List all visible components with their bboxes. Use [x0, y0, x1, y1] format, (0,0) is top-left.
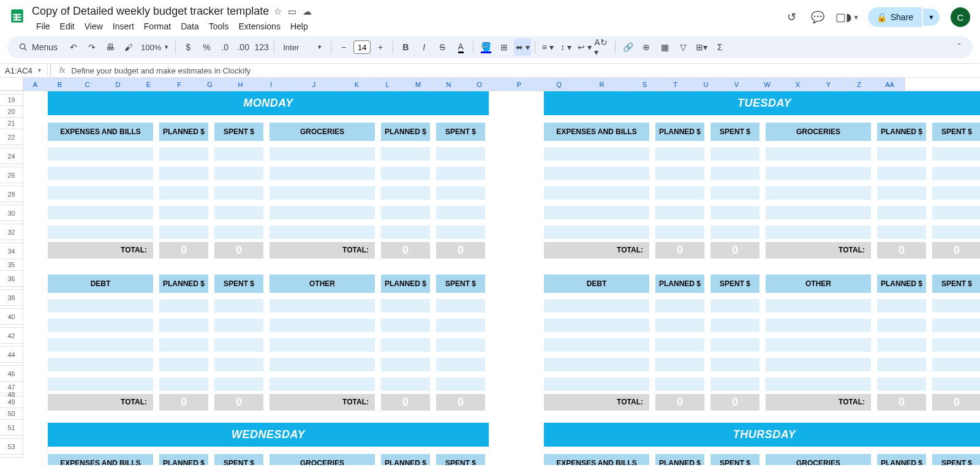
- data-cell[interactable]: [270, 225, 375, 239]
- data-cell[interactable]: [159, 338, 208, 352]
- data-cell[interactable]: [655, 225, 704, 239]
- column-header[interactable]: O: [464, 78, 495, 91]
- data-cell[interactable]: [159, 299, 208, 312]
- column-header[interactable]: Q: [544, 78, 575, 91]
- data-cell[interactable]: [48, 225, 153, 239]
- column-header[interactable]: G: [195, 78, 225, 91]
- data-cell[interactable]: [214, 338, 263, 352]
- fill-color-button[interactable]: 🪣: [477, 39, 494, 56]
- row-header[interactable]: 21: [0, 118, 23, 129]
- select-all-corner[interactable]: [0, 78, 23, 91]
- link-button[interactable]: 🔗: [619, 39, 636, 56]
- data-cell[interactable]: [932, 299, 980, 312]
- column-header[interactable]: A: [23, 78, 48, 91]
- data-cell[interactable]: [710, 225, 760, 239]
- data-cell[interactable]: [544, 225, 649, 239]
- data-cell[interactable]: [932, 319, 980, 332]
- undo-button[interactable]: ↶: [65, 39, 82, 56]
- data-cell[interactable]: [270, 319, 375, 332]
- data-cell[interactable]: [655, 186, 704, 200]
- data-cell[interactable]: [766, 377, 871, 391]
- data-cell[interactable]: [159, 167, 208, 180]
- row-header[interactable]: 28: [0, 186, 23, 202]
- horiz-align-button[interactable]: ≡ ▾: [539, 39, 556, 56]
- row-header[interactable]: 38: [0, 290, 23, 306]
- data-cell[interactable]: [381, 338, 430, 352]
- data-cell[interactable]: [655, 299, 704, 312]
- data-cell[interactable]: [710, 206, 760, 219]
- functions-button[interactable]: Σ: [711, 39, 728, 56]
- data-cell[interactable]: [214, 206, 263, 219]
- data-cell[interactable]: [381, 186, 430, 200]
- data-cell[interactable]: [159, 225, 208, 239]
- percent-button[interactable]: %: [198, 39, 215, 56]
- data-cell[interactable]: [544, 206, 649, 219]
- data-cell[interactable]: [655, 167, 704, 180]
- data-cell[interactable]: [270, 338, 375, 352]
- row-header[interactable]: 20: [0, 106, 23, 118]
- data-cell[interactable]: [436, 186, 485, 200]
- data-cell[interactable]: [159, 358, 208, 371]
- data-cell[interactable]: [766, 186, 871, 200]
- data-cell[interactable]: [381, 147, 430, 161]
- column-header[interactable]: F: [164, 78, 195, 91]
- menu-help[interactable]: Help: [286, 19, 312, 34]
- data-cell[interactable]: [48, 299, 153, 312]
- menu-tools[interactable]: Tools: [205, 19, 233, 34]
- column-header[interactable]: D: [103, 78, 134, 91]
- column-header[interactable]: X: [783, 78, 813, 91]
- row-header[interactable]: 42: [0, 328, 23, 344]
- data-cell[interactable]: [436, 299, 485, 312]
- data-cell[interactable]: [381, 225, 430, 239]
- font-size-input[interactable]: [353, 40, 371, 54]
- data-cell[interactable]: [159, 147, 208, 161]
- zoom-select[interactable]: 100% ▼: [138, 42, 172, 53]
- data-cell[interactable]: [214, 147, 263, 161]
- row-header[interactable]: [0, 455, 23, 458]
- data-cell[interactable]: [381, 358, 430, 371]
- data-cell[interactable]: [214, 167, 263, 180]
- data-cell[interactable]: [436, 319, 485, 332]
- column-header[interactable]: I: [256, 78, 287, 91]
- column-header[interactable]: T: [660, 78, 691, 91]
- search-menus[interactable]: Menus: [12, 40, 64, 55]
- data-cell[interactable]: [932, 338, 980, 352]
- data-cell[interactable]: [877, 147, 926, 161]
- data-cell[interactable]: [932, 358, 980, 371]
- column-header[interactable]: L: [372, 78, 403, 91]
- share-button[interactable]: 🔒 Share: [868, 7, 922, 27]
- row-header[interactable]: 35: [0, 259, 23, 271]
- data-cell[interactable]: [655, 206, 704, 219]
- data-cell[interactable]: [544, 319, 649, 332]
- cloud-icon[interactable]: ☁: [303, 6, 312, 17]
- data-cell[interactable]: [544, 167, 649, 180]
- sheet-area[interactable]: ABCDEFGHIJKLMNOPQRSTUVWXYZAA 19202122242…: [0, 78, 980, 465]
- vert-align-button[interactable]: ↕ ▾: [557, 39, 575, 56]
- column-header[interactable]: R: [575, 78, 630, 91]
- filter-views-button[interactable]: ⊞▾: [693, 39, 710, 56]
- menu-extensions[interactable]: Extensions: [234, 19, 284, 34]
- document-title[interactable]: Copy of Detailed weekly budget tracker t…: [32, 5, 269, 18]
- sheets-logo[interactable]: [7, 4, 27, 28]
- data-cell[interactable]: [766, 147, 871, 161]
- menu-insert[interactable]: Insert: [108, 19, 138, 34]
- data-cell[interactable]: [710, 186, 760, 200]
- bold-button[interactable]: B: [397, 39, 414, 56]
- column-header[interactable]: C: [72, 78, 103, 91]
- data-cell[interactable]: [270, 167, 375, 180]
- data-cell[interactable]: [436, 225, 485, 239]
- data-cell[interactable]: [544, 186, 649, 200]
- comments-icon[interactable]: 💬: [809, 9, 826, 26]
- account-avatar[interactable]: C: [951, 7, 970, 27]
- row-header[interactable]: 24: [0, 148, 23, 164]
- data-cell[interactable]: [381, 206, 430, 219]
- column-header[interactable]: Y: [813, 78, 844, 91]
- data-cell[interactable]: [270, 147, 375, 161]
- row-header[interactable]: 50: [0, 408, 23, 420]
- increase-font-button[interactable]: +: [372, 39, 389, 56]
- row-header[interactable]: 46: [0, 366, 23, 382]
- row-header[interactable]: 53: [0, 439, 23, 455]
- data-cell[interactable]: [655, 147, 704, 161]
- column-header[interactable]: B: [48, 78, 72, 91]
- row-header[interactable]: 34: [0, 243, 23, 259]
